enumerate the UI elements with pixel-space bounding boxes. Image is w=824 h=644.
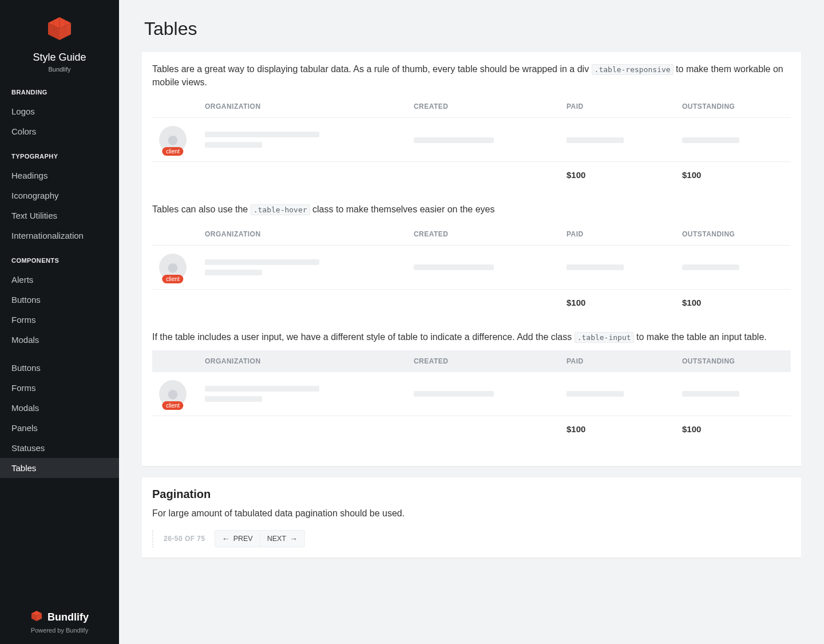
th-outstanding: OUTSTANDING — [675, 223, 791, 246]
table-footer-row: $100 $100 — [152, 162, 791, 188]
avatar: client — [159, 254, 187, 281]
sidebar-item-iconography[interactable]: Iconography — [0, 185, 119, 206]
sidebar-title: Style Guide — [0, 52, 119, 64]
th-paid: PAID — [560, 96, 675, 118]
content: Tables Tables are a great way to display… — [119, 0, 824, 644]
nav-misc: Buttons Forms Modals Panels Statuses Tab… — [0, 358, 119, 478]
nav-branding: Logos Colors — [0, 101, 119, 141]
avatar: client — [159, 380, 187, 408]
skeleton — [414, 264, 494, 270]
intro-para: Tables are a great way to displaying tab… — [152, 62, 791, 89]
table-input: ORGANIZATION CREATED PAID OUTSTANDING cl… — [152, 350, 791, 442]
hover-text-post: class to make themselves easier on the e… — [312, 204, 494, 214]
footer-paid: $100 — [560, 416, 675, 442]
pagination-heading: Pagination — [152, 488, 791, 501]
client-tag: client — [162, 401, 183, 410]
sidebar-item-modals[interactable]: Modals — [0, 330, 119, 350]
intro-text-pre: Tables are a great way to displaying tab… — [152, 64, 592, 74]
sidebar-item-buttons-2[interactable]: Buttons — [0, 358, 119, 378]
th-created: CREATED — [407, 350, 560, 372]
hover-para: Tables can also use the .table-hover cla… — [152, 203, 791, 216]
tables-card: Tables are a great way to displaying tab… — [142, 52, 801, 466]
sidebar: Style Guide Bundlify BRANDING Logos Colo… — [0, 0, 119, 644]
prev-button[interactable]: ← PREV — [215, 530, 260, 547]
table-footer-row: $100 $100 — [152, 289, 791, 315]
page-title: Tables — [144, 18, 801, 39]
sidebar-item-statuses[interactable]: Statuses — [0, 438, 119, 458]
skeleton — [205, 270, 262, 275]
th-paid: PAID — [560, 350, 675, 372]
brand-footer-name: Bundlify — [47, 611, 89, 623]
skeleton — [682, 264, 739, 270]
sidebar-item-headings[interactable]: Headings — [0, 165, 119, 185]
th-organization: ORGANIZATION — [198, 96, 407, 118]
skeleton — [414, 391, 494, 397]
arrow-right-icon: → — [290, 534, 298, 543]
footer-paid: $100 — [560, 289, 675, 315]
skeleton — [682, 137, 739, 143]
sidebar-item-text-utilities[interactable]: Text Utilities — [0, 206, 119, 226]
sidebar-item-modals-2[interactable]: Modals — [0, 398, 119, 418]
sidebar-item-logos[interactable]: Logos — [0, 101, 119, 121]
arrow-left-icon: ← — [222, 534, 230, 543]
table-footer-row: $100 $100 — [152, 416, 791, 442]
skeleton — [566, 137, 624, 143]
svg-point-11 — [168, 390, 178, 400]
client-tag: client — [162, 275, 183, 283]
sidebar-item-panels[interactable]: Panels — [0, 418, 119, 438]
svg-point-10 — [168, 263, 178, 273]
table-hover: ORGANIZATION CREATED PAID OUTSTANDING cl… — [152, 223, 791, 315]
nav-components: Alerts Buttons Forms Modals — [0, 270, 119, 350]
avatar: client — [159, 126, 187, 153]
input-code: .table-input — [575, 332, 634, 343]
table-responsive: ORGANIZATION CREATED PAID OUTSTANDING cl… — [152, 96, 791, 188]
skeleton — [566, 391, 624, 397]
sidebar-item-alerts[interactable]: Alerts — [0, 270, 119, 290]
sidebar-item-buttons[interactable]: Buttons — [0, 290, 119, 310]
sidebar-item-internationalization[interactable]: Internationalization — [0, 226, 119, 246]
pagination: 26-50 OF 75 ← PREV NEXT → — [152, 530, 305, 547]
sidebar-item-colors[interactable]: Colors — [0, 121, 119, 141]
pagination-card: Pagination For large amount of tabulated… — [142, 477, 801, 558]
pagination-text: For large amount of tabulated data pagin… — [152, 507, 791, 520]
next-label: NEXT — [267, 535, 286, 543]
table-row: client — [152, 118, 791, 162]
th-organization: ORGANIZATION — [198, 350, 407, 372]
nav-typography: Headings Iconography Text Utilities Inte… — [0, 165, 119, 246]
hover-text-pre: Tables can also use the — [152, 204, 251, 214]
th-created: CREATED — [407, 96, 560, 118]
skeleton — [682, 391, 739, 397]
client-tag: client — [162, 147, 183, 156]
table-row: client — [152, 245, 791, 289]
next-button[interactable]: NEXT → — [260, 530, 305, 547]
th-organization: ORGANIZATION — [198, 223, 407, 246]
skeleton — [205, 259, 319, 265]
th-created: CREATED — [407, 223, 560, 246]
sidebar-subtitle: Bundlify — [0, 66, 119, 73]
th-outstanding: OUTSTANDING — [675, 96, 791, 118]
intro-code: .table-responsive — [592, 64, 674, 75]
section-label-components: COMPONENTS — [0, 246, 119, 270]
footer-outstanding: $100 — [675, 416, 791, 442]
footer-outstanding: $100 — [675, 162, 791, 188]
hover-code: .table-hover — [251, 204, 310, 215]
brand-cube-icon-small — [30, 610, 43, 625]
pagination-status: 26-50 OF 75 — [164, 535, 205, 543]
skeleton — [205, 142, 262, 148]
sidebar-item-forms[interactable]: Forms — [0, 310, 119, 330]
svg-point-9 — [168, 136, 178, 145]
skeleton — [205, 132, 319, 137]
footer-outstanding: $100 — [675, 289, 791, 315]
brand-cube-icon — [46, 16, 73, 44]
brand-footer-sub: Powered by Bundlify — [0, 627, 119, 634]
th-paid: PAID — [560, 223, 675, 246]
sidebar-item-tables[interactable]: Tables — [0, 458, 119, 478]
th-outstanding: OUTSTANDING — [675, 350, 791, 372]
skeleton — [414, 137, 494, 143]
brand-footer: Bundlify Powered by Bundlify — [0, 602, 119, 644]
prev-label: PREV — [233, 535, 253, 543]
input-text-post: to make the table an input table. — [636, 332, 767, 342]
sidebar-item-forms-2[interactable]: Forms — [0, 378, 119, 398]
skeleton — [205, 386, 319, 392]
footer-paid: $100 — [560, 162, 675, 188]
